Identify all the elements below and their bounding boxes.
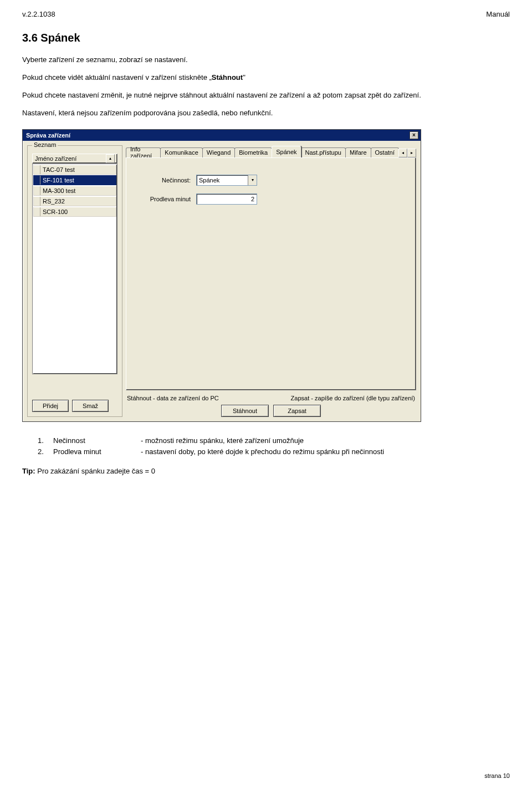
- tab-panel-sleep: Nečinnost: Spánek ▾ Prodleva minut 2: [126, 157, 416, 390]
- window-title: Správa zařízení: [26, 132, 70, 139]
- group-label: Seznam: [32, 141, 58, 148]
- hint-download: Stáhnout - data ze zařízení do PC: [127, 395, 219, 401]
- paragraph-3: Pokud chcete nastavení změnit, je nutné …: [22, 90, 510, 101]
- tab-biometrics[interactable]: Biometrika: [234, 147, 272, 157]
- tip-line: Tip: Pro zakázání spánku zadejte čas = 0: [22, 466, 510, 477]
- tab-communication[interactable]: Komunikace: [160, 147, 203, 157]
- item-desc: - nastavení doby, po které dojde k přech…: [141, 446, 510, 458]
- tab-access[interactable]: Nast.přístupu: [301, 147, 346, 157]
- inactivity-combo[interactable]: Spánek ▾: [196, 175, 257, 186]
- paragraph-2-bold: Stáhnout: [212, 73, 243, 82]
- item-label: Prodleva minut: [53, 446, 136, 458]
- scroll-up-button[interactable]: ▴: [106, 154, 115, 163]
- header-version: v.2.2.1038: [22, 10, 55, 18]
- tab-wiegand[interactable]: Wiegand: [202, 147, 235, 157]
- section-heading: 3.6 Spánek: [22, 32, 510, 44]
- item-number: 2.: [38, 446, 49, 458]
- item-number: 1.: [38, 435, 49, 447]
- device-management-window: Správa zařízení × Seznam Jméno zařízení …: [22, 129, 421, 422]
- write-button[interactable]: Zapsat: [273, 405, 321, 417]
- list-item[interactable]: MA-300 test: [33, 186, 116, 196]
- close-icon: ×: [412, 132, 416, 138]
- tip-bold: Tip:: [22, 467, 35, 475]
- hint-write: Zapsat - zapíše do zařízení (dle typu za…: [291, 395, 415, 401]
- tab-mifare[interactable]: Mifare: [345, 147, 371, 157]
- row-handle-icon: [34, 165, 40, 174]
- device-name: MA-300 test: [40, 187, 78, 194]
- tab-strip: Info zařízení Komunikace Wiegand Biometr…: [126, 145, 416, 157]
- list-header[interactable]: Jméno zařízení ▴: [32, 154, 117, 164]
- inactivity-label: Nečinnost:: [135, 177, 191, 184]
- tab-sleep[interactable]: Spánek: [272, 146, 301, 157]
- delay-input[interactable]: 2: [196, 194, 257, 205]
- tab-scroll-right[interactable]: ▸: [407, 149, 416, 157]
- paragraph-4: Nastavení, která nejsou zařízením podpor…: [22, 108, 510, 119]
- paragraph-2: Pokud chcete vidět aktuální nastavení v …: [22, 72, 510, 83]
- row-handle-icon: [34, 176, 40, 185]
- list-item[interactable]: TAC-07 test: [33, 165, 116, 175]
- paragraph-1: Vyberte zařízení ze seznamu, zobrazí se …: [22, 54, 510, 65]
- chevron-down-icon: ▾: [248, 175, 257, 185]
- list-item[interactable]: SCR-100: [33, 207, 116, 217]
- list-item: 1. Nečinnost - možnosti režimu spánku, k…: [38, 435, 510, 447]
- list-item[interactable]: RS_232: [33, 196, 116, 206]
- header-doc-label: Manuál: [486, 10, 510, 18]
- device-name: SCR-100: [40, 208, 70, 215]
- row-handle-icon: [34, 207, 40, 216]
- delay-value: 2: [251, 196, 254, 202]
- delay-label: Prodleva minut: [135, 196, 191, 202]
- row-handle-icon: [34, 186, 40, 195]
- list-item: 2. Prodleva minut - nastavení doby, po k…: [38, 446, 510, 458]
- item-desc: - možnosti režimu spánku, které zařízení…: [141, 435, 510, 447]
- tip-text: Pro zakázání spánku zadejte čas = 0: [35, 467, 155, 475]
- download-button[interactable]: Stáhnout: [221, 405, 269, 417]
- numbered-list: 1. Nečinnost - možnosti režimu spánku, k…: [38, 435, 510, 459]
- item-label: Nečinnost: [53, 435, 136, 447]
- window-titlebar: Správa zařízení ×: [23, 130, 421, 141]
- add-button[interactable]: Přidej: [32, 400, 69, 412]
- device-name: RS_232: [40, 198, 67, 205]
- tab-info[interactable]: Info zařízení: [126, 147, 161, 157]
- row-handle-icon: [34, 197, 40, 206]
- device-name: SF-101 test: [40, 177, 76, 184]
- list-header-label: Jméno zařízení: [35, 155, 76, 162]
- device-name: TAC-07 test: [40, 166, 77, 173]
- device-list-group: Seznam Jméno zařízení ▴ TAC-07 test: [27, 145, 122, 417]
- inactivity-value: Spánek: [197, 177, 248, 184]
- paragraph-2c: ": [243, 73, 245, 82]
- device-listbox[interactable]: TAC-07 test SF-101 test MA-300 test: [32, 164, 117, 374]
- close-button[interactable]: ×: [410, 131, 418, 139]
- list-item[interactable]: SF-101 test: [33, 175, 116, 185]
- tab-scroll-left[interactable]: ◂: [398, 149, 407, 157]
- delete-button[interactable]: Smaž: [72, 400, 109, 412]
- page-footer: strana 10: [484, 772, 510, 779]
- tab-other[interactable]: Ostatní: [371, 147, 399, 157]
- paragraph-2a: Pokud chcete vidět aktuální nastavení v …: [22, 73, 212, 82]
